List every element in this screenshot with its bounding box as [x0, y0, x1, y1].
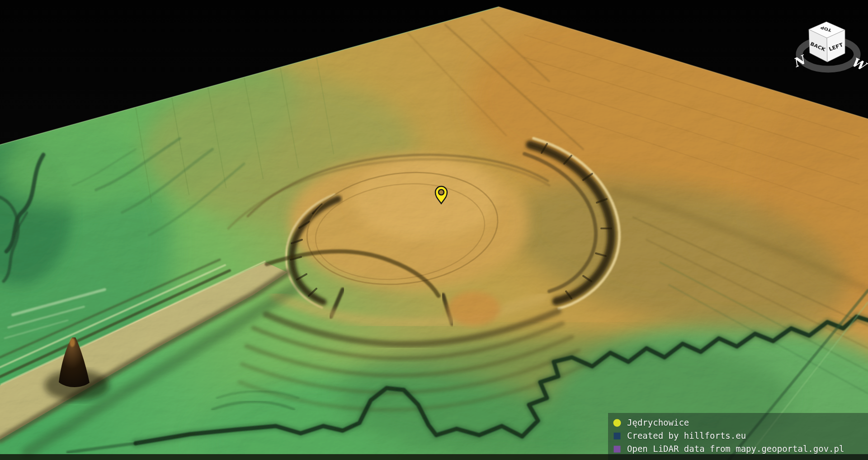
- terrain-viewport[interactable]: N W TOP BACK LEFT: [0, 0, 868, 460]
- legend-item-credit: Created by hillforts.eu: [613, 429, 868, 442]
- location-marker-swatch: [613, 419, 621, 427]
- legend-item-location: Jędrychowice: [613, 416, 868, 429]
- credit-swatch: [613, 432, 621, 440]
- legend-item-source: Open LiDAR data from mapy.geoportal.gov.…: [613, 442, 868, 455]
- legend-label-credit: Created by hillforts.eu: [627, 429, 746, 442]
- legend: Jędrychowice Created by hillforts.eu Ope…: [608, 413, 868, 460]
- data-source-swatch: [613, 445, 621, 453]
- legend-label-source: Open LiDAR data from mapy.geoportal.gov.…: [627, 442, 844, 455]
- legend-label-location: Jędrychowice: [627, 416, 689, 429]
